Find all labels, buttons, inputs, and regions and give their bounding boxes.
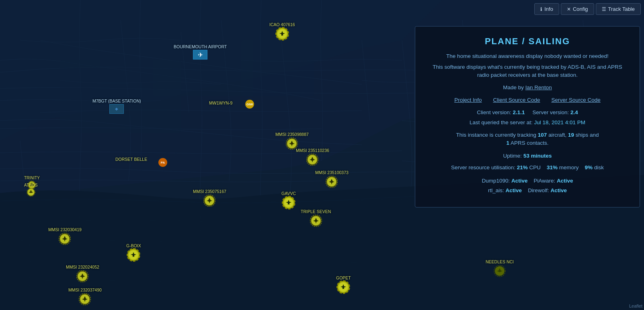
cpu-label: CPU bbox=[529, 164, 541, 170]
marker-mmsi235110236[interactable]: MMSI 235110236 bbox=[296, 148, 329, 166]
marker-mw1wyn_giw[interactable]: GIW bbox=[245, 100, 254, 109]
uptime-label: Uptime: bbox=[503, 153, 522, 159]
marker-label: ATHOS bbox=[24, 183, 38, 187]
client-version-label: Client version: bbox=[477, 109, 511, 115]
marker-m7bgt[interactable]: M7BGT (BASE STATION)⌖ bbox=[92, 99, 141, 114]
marker-dorset_belle[interactable]: DORSET BELLE bbox=[115, 157, 147, 162]
rtl-ais-val: Active bbox=[506, 187, 522, 193]
marker-mmsi235098887[interactable]: MMSI 235098887 bbox=[275, 132, 309, 150]
ship-icon bbox=[79, 293, 91, 305]
svg-rect-6 bbox=[241, 40, 314, 96]
info-button-label: Info bbox=[544, 6, 553, 12]
plane-icon bbox=[276, 28, 288, 40]
nav-buttons: ℹ Info ✕ Config ☰ Track Table bbox=[534, 3, 641, 15]
server-version-label: Server version: bbox=[532, 109, 569, 115]
marker-triple_seven[interactable]: TRIPLE SEVEN bbox=[301, 209, 331, 227]
marker-label: TRIPLE SEVEN bbox=[301, 209, 331, 214]
panel-title: PLANE / SAILING bbox=[427, 36, 628, 47]
disk-val: 9% bbox=[585, 164, 593, 170]
marker-gopet[interactable]: GOPET bbox=[336, 275, 351, 293]
description: This software displays what's currently … bbox=[427, 63, 628, 80]
config-button[interactable]: ✕ Config bbox=[561, 3, 594, 15]
marker-label: MMSI 235100373 bbox=[315, 170, 349, 175]
cpu-val: 21% bbox=[517, 164, 528, 170]
ship-icon bbox=[76, 270, 88, 282]
resource-label: Server resource utilisation: bbox=[451, 164, 515, 170]
marker-g_boix[interactable]: G-BOIX bbox=[126, 243, 141, 261]
ship-icon bbox=[59, 233, 71, 245]
marker-label: GAVVC bbox=[281, 191, 296, 196]
tagline: The home situational awareness display n… bbox=[427, 53, 628, 59]
ships-count: 19 bbox=[568, 132, 574, 138]
client-version-val: 2.1.1 bbox=[513, 109, 525, 115]
marker-label: DORSET BELLE bbox=[115, 157, 147, 162]
marker-mmsi235075167[interactable]: MMSI 235075167 bbox=[193, 189, 226, 207]
marker-mw1wyn[interactable]: MW1WYN-9 bbox=[209, 101, 232, 105]
ship-icon bbox=[306, 154, 318, 166]
marker-bournemouth[interactable]: BOURNEMOUTH AIRPORT✈ bbox=[174, 44, 227, 60]
svg-rect-4 bbox=[20, 20, 100, 68]
marker-mmsi232037490[interactable]: MMSI 232037490 bbox=[68, 287, 102, 305]
project-info-link[interactable]: Project Info bbox=[454, 97, 482, 103]
plane-icon bbox=[127, 249, 139, 261]
marker-dorset_pa[interactable]: PA bbox=[158, 158, 167, 167]
marker-label: MMSI 232030419 bbox=[48, 227, 82, 232]
marker-label: ICAO 407616 bbox=[269, 22, 295, 27]
last-queried-label: Last queried the server at: bbox=[470, 119, 533, 125]
marker-label: BOURNEMOUTH AIRPORT bbox=[174, 44, 227, 49]
track-table-button-label: Track Table bbox=[608, 6, 635, 12]
marker-label: MMSI 235110236 bbox=[296, 148, 329, 153]
ship-small-icon bbox=[27, 188, 35, 197]
dump1090-label: Dump1090: bbox=[482, 178, 510, 184]
dump1090-val: Active bbox=[511, 178, 528, 184]
plane-icon bbox=[337, 281, 349, 293]
marker-label: MMSI 232037490 bbox=[68, 287, 102, 292]
tracking-prefix: This instance is currently tracking bbox=[456, 132, 536, 138]
direwolf-val: Active bbox=[550, 187, 567, 193]
aircraft-count: 107 bbox=[538, 132, 547, 138]
info-panel: PLANE / SAILING The home situational awa… bbox=[415, 26, 640, 207]
svg-rect-5 bbox=[153, 32, 253, 96]
links-row: Project Info Client Source Code Server S… bbox=[427, 97, 628, 103]
made-by-prefix: Made by bbox=[503, 84, 525, 90]
ship-icon bbox=[326, 176, 338, 188]
services-section: Dump1090: Active PiAware: Active rtl_ais… bbox=[427, 176, 628, 196]
airport-icon: ✈ bbox=[193, 50, 207, 60]
marker-label: MMSI 235098887 bbox=[275, 132, 309, 137]
direwolf-label: Direwolf: bbox=[528, 187, 549, 193]
marker-mmsi232024052[interactable]: MMSI 232024052 bbox=[66, 265, 99, 282]
marker-mmsi235100373[interactable]: MMSI 235100373 bbox=[315, 170, 349, 188]
table-icon: ☰ bbox=[602, 6, 606, 12]
aircraft-label: aircraft, bbox=[548, 132, 566, 138]
marker-label: G-BOIX bbox=[126, 243, 141, 248]
query-row: Last queried the server at: Jul 18, 2021… bbox=[427, 119, 628, 125]
marker-gavvc[interactable]: GAVVC bbox=[281, 191, 296, 209]
marker-mmsi232030419[interactable]: MMSI 232030419 bbox=[48, 227, 82, 245]
plane-icon bbox=[283, 197, 295, 209]
rtl-ais-label: rtl_ais: bbox=[488, 187, 504, 193]
marker-label: MMSI 232024052 bbox=[66, 265, 99, 269]
info-button[interactable]: ℹ Info bbox=[534, 3, 559, 15]
config-button-label: Config bbox=[573, 6, 588, 12]
track-table-button[interactable]: ☰ Track Table bbox=[596, 3, 641, 15]
memory-label: memory bbox=[559, 164, 579, 170]
version-row: Client version: 2.1.1 Server version: 2.… bbox=[427, 109, 628, 115]
marker-needles_nci[interactable]: NEEDLES NCI bbox=[486, 259, 514, 277]
made-by-link[interactable]: Ian Renton bbox=[525, 84, 552, 90]
resource-row: Server resource utilisation: 21% CPU 31%… bbox=[427, 164, 628, 170]
marker-label: GOPET bbox=[336, 275, 351, 280]
made-by: Made by Ian Renton bbox=[427, 84, 628, 90]
ship-icon bbox=[310, 215, 322, 227]
aprs-count: 1 bbox=[506, 140, 509, 146]
ships-label: ships and bbox=[576, 132, 599, 138]
basestation-icon: ⌖ bbox=[109, 104, 124, 114]
info-icon: ℹ bbox=[540, 6, 542, 12]
piaware-label: PiAware: bbox=[534, 178, 556, 184]
config-icon: ✕ bbox=[567, 6, 571, 12]
client-source-link[interactable]: Client Source Code bbox=[493, 97, 540, 103]
marker-icao407616[interactable]: ICAO 407616 bbox=[269, 22, 295, 40]
marker-athos[interactable]: ATHOS bbox=[24, 183, 38, 197]
marker-label: MW1WYN-9 bbox=[209, 101, 232, 105]
nci-icon bbox=[494, 265, 506, 277]
server-source-link[interactable]: Server Source Code bbox=[552, 97, 601, 103]
